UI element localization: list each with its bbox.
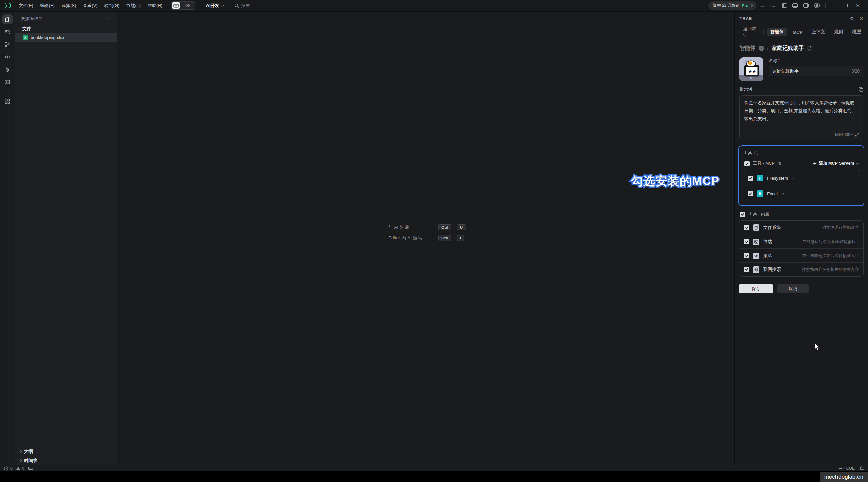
cue-completion-icon [839,466,845,471]
menu-view[interactable]: 查看(V) [79,1,101,10]
editor-area[interactable]: 与 AI 对话 Ctrl + U Editor 内 AI 编码 Ctrl + I… [117,12,734,465]
breadcrumb: 智能体 ? / 家庭记账助手 [735,42,868,57]
divider [763,29,764,35]
toggle-panel-icon[interactable] [792,3,798,8]
info-icon[interactable]: i [754,151,758,155]
expand-icon[interactable] [855,133,859,137]
menu-edit[interactable]: 编辑(E) [37,1,58,10]
history-back-icon[interactable]: ← [756,3,768,8]
mcp-row-excel[interactable]: E Excel [743,186,860,201]
mcp-row-filesystem[interactable]: F Filesystem [743,170,860,186]
warning-count[interactable]: 0 [22,466,24,471]
sort-icon[interactable]: ⇅ [778,161,781,166]
activity-source-control[interactable] [2,39,13,49]
plus-separator: + [453,225,455,230]
account-icon[interactable] [814,3,820,8]
more-actions-icon[interactable]: ⋯ [107,16,112,21]
plus-separator: + [453,236,455,240]
activity-explorer[interactable] [2,14,13,24]
chevron-down-icon[interactable] [781,192,784,194]
gear-icon[interactable]: ⚙ [850,16,854,22]
preview-eye-icon [753,253,760,259]
prompt-textarea[interactable]: 你是一名家庭开支统计助手，用户输入消费记录，请提取:日期、分类、项目、金额,并整… [739,95,863,140]
builtin-row-terminal[interactable]: 终端 在终端运行命令并获取状态和... [739,235,863,248]
timeline-section[interactable]: 时间线 [15,456,117,465]
toggle-sidebar-icon[interactable] [782,3,787,8]
tab-models[interactable]: 模型 [849,28,864,36]
ide-mode-toggle[interactable]: IDE [171,1,195,10]
menu-goto[interactable]: 转到(G) [101,1,123,10]
ai-dev-menu[interactable]: AI开发 [204,3,226,9]
agent-name-field[interactable]: 6/20 [769,66,863,76]
copy-icon[interactable] [859,87,863,92]
share-icon[interactable] [807,46,812,51]
checkbox-mcp-group[interactable] [744,161,750,166]
minimize-button[interactable]: ─ [828,3,840,8]
checkbox-builtin-preview[interactable] [744,253,749,258]
upgrade-pro-badge[interactable]: 仅需 $3 升级到 Pro [708,1,756,10]
builtin-desc: 在终端运行命令并获取状态和... [803,239,859,245]
chevron-down-icon[interactable] [791,176,794,179]
back-to-chat-button[interactable]: 返回对话 [739,26,760,38]
status-bar: 0 0 CUE [0,465,868,471]
menu-file[interactable]: 文件(F) [15,1,37,10]
agent-avatar[interactable]: ★ ★ ✎ [739,57,763,81]
checkbox-builtin-web-search[interactable] [744,267,749,272]
app-logo-icon [5,3,11,8]
builtin-row-web-search[interactable]: 联网搜索 搜索和用户任务相关的网页内容 [739,262,863,276]
menu-terminal[interactable]: 终端(T) [123,1,144,10]
add-mcp-servers-button[interactable]: 添加 MCP Servers [813,161,859,166]
close-panel-icon[interactable]: ✕ [859,16,863,22]
keycap: Ctrl [438,235,451,241]
agent-name-input[interactable] [772,69,852,74]
tab-mcp[interactable]: MCP [790,28,806,36]
tab-context[interactable]: 上下文 [809,28,828,36]
activity-debug[interactable] [2,64,13,75]
help-icon[interactable]: ? [759,46,764,51]
checkbox-builtin-terminal[interactable] [744,239,749,244]
history-forward-icon[interactable]: → [768,3,779,8]
mcp-group-label: 工具 - MCP [753,161,775,166]
cancel-button[interactable]: 取消 [777,284,809,293]
activity-search[interactable] [2,27,13,37]
ports-icon[interactable] [28,466,33,470]
bell-icon[interactable] [859,466,864,471]
checkbox-excel[interactable] [748,191,753,196]
builder-mode-icon[interactable] [172,2,180,9]
chevron-left-icon [738,31,741,33]
save-button[interactable]: 保存 [739,284,773,293]
builtin-row-filesystem[interactable]: 文件系统 对文件进行增删改查 [739,221,863,235]
ide-mode-label[interactable]: IDE [180,3,194,8]
breadcrumb-section[interactable]: 智能体 [739,45,756,52]
activity-preview[interactable] [2,77,13,87]
errors-icon[interactable] [4,466,8,471]
checkbox-filesystem[interactable] [748,176,753,181]
close-window-button[interactable]: ✕ [852,3,864,8]
tab-rules[interactable]: 规则 [831,28,846,36]
menu-help[interactable]: 帮助(H) [144,1,166,10]
folder-row-files[interactable]: 文件 [15,24,117,33]
chevron-down-icon [856,162,859,164]
back-label: 返回对话 [743,26,760,38]
svg-text:★: ★ [748,69,752,74]
error-count[interactable]: 0 [10,466,13,471]
activity-eye[interactable] [2,52,13,62]
file-row-bookkeeping[interactable]: X bookkeeping.xlsx [15,33,117,42]
tab-agent[interactable]: 智能体 [767,28,787,36]
cue-status[interactable]: CUE [846,466,855,471]
terminal-icon [753,239,760,245]
maximize-button[interactable] [844,4,848,7]
checkbox-builtin-filesystem[interactable] [744,225,749,230]
plus-icon [813,162,817,165]
builtin-row-preview[interactable]: 预览 在生成前端结果后提供预览入口 [739,248,863,262]
divider [825,3,826,8]
checkbox-builtin-group[interactable] [740,212,745,217]
svg-text:★: ★ [752,69,756,74]
outline-section[interactable]: 大纲 [15,447,117,456]
activity-extensions[interactable] [2,96,13,106]
chevron-right-icon [19,450,22,453]
warnings-icon[interactable] [16,466,20,470]
toggle-secondary-sidebar-icon[interactable] [803,3,809,8]
search-button[interactable]: 搜索 [232,3,253,9]
menu-selection[interactable]: 选择(S) [58,1,79,10]
